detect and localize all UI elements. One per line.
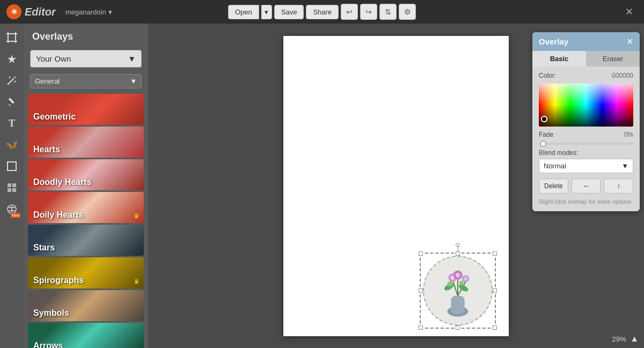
svg-point-35 bbox=[459, 280, 464, 285]
text-tool[interactable]: T bbox=[3, 115, 20, 132]
overlay-panel-tabs: Basic Eraser bbox=[532, 51, 640, 66]
overlay-item-stars[interactable]: Stars bbox=[28, 225, 144, 256]
flip-horizontal-button[interactable]: ↔ bbox=[572, 179, 601, 194]
svg-rect-13 bbox=[8, 183, 11, 187]
flower-vase-svg bbox=[424, 256, 492, 325]
fade-slider[interactable] bbox=[539, 143, 633, 145]
svg-rect-12 bbox=[8, 162, 16, 171]
overlay-panel-title: Overlay bbox=[539, 37, 568, 46]
category-label: General bbox=[35, 77, 60, 85]
butterfly-tool[interactable]: 🦋 bbox=[3, 136, 20, 153]
svg-rect-16 bbox=[12, 188, 16, 192]
overlay-item-label: Doily Hearts bbox=[28, 207, 89, 223]
hint-text: Right-click overlay for more options. bbox=[539, 198, 633, 206]
fade-label: Fade bbox=[539, 131, 553, 138]
share-button[interactable]: Share bbox=[306, 5, 339, 19]
svg-rect-22 bbox=[451, 295, 464, 314]
svg-point-9 bbox=[14, 81, 16, 83]
overlay-list: GeometricHeartsDoodly HeartsDoily Hearts… bbox=[24, 92, 148, 348]
svg-rect-10 bbox=[9, 98, 14, 103]
enhance-tool[interactable] bbox=[3, 50, 20, 68]
new-tool[interactable]: New bbox=[3, 201, 20, 218]
dropdown-label: Your Own bbox=[36, 54, 71, 63]
canvas-paper bbox=[283, 36, 509, 336]
svg-line-6 bbox=[8, 78, 14, 85]
overlay-item-label: Stars bbox=[28, 240, 60, 256]
svg-marker-11 bbox=[9, 104, 11, 106]
user-dropdown[interactable]: meganardoin ▾ bbox=[65, 8, 112, 16]
overlay-item-label: Geometric bbox=[28, 109, 81, 125]
your-own-dropdown[interactable]: Your Own ▼ bbox=[30, 50, 142, 68]
blend-modes-dropdown[interactable]: Normal ▼ bbox=[539, 159, 633, 173]
category-dropdown[interactable]: General ▼ bbox=[30, 74, 142, 88]
zoom-up-icon[interactable]: ▲ bbox=[630, 334, 639, 343]
color-value: 000000 bbox=[612, 72, 633, 79]
delete-button[interactable]: Delete bbox=[539, 179, 568, 194]
overlay-item-label: Symbols bbox=[28, 305, 75, 321]
open-button[interactable]: Open bbox=[228, 5, 259, 19]
svg-marker-5 bbox=[8, 55, 16, 63]
undo-button[interactable]: ↩ bbox=[341, 4, 358, 20]
overlay-settings-panel: Overlay ✕ Basic Eraser Color: 000000 Fad… bbox=[532, 32, 640, 211]
tab-eraser[interactable]: Eraser bbox=[586, 51, 640, 66]
svg-point-33 bbox=[464, 277, 467, 280]
svg-point-34 bbox=[448, 281, 453, 286]
redo-button[interactable]: ↪ bbox=[360, 4, 377, 20]
border-tool[interactable] bbox=[3, 158, 20, 175]
overlay-item-spirographs[interactable]: Spirographs♛ bbox=[28, 257, 144, 288]
canvas-image[interactable] bbox=[423, 256, 493, 325]
wand-tool[interactable] bbox=[3, 72, 20, 89]
overlay-item-arrows[interactable]: Arrows bbox=[28, 323, 144, 348]
username-label: meganardoin bbox=[65, 8, 106, 16]
overlay-panel-header: Overlay ✕ bbox=[532, 32, 640, 51]
fade-row: Fade 0% bbox=[539, 131, 633, 138]
user-chevron-icon: ▾ bbox=[108, 8, 112, 16]
blend-value: Normal bbox=[544, 162, 566, 170]
overlay-item-doodly-hearts[interactable]: Doodly Hearts bbox=[28, 159, 144, 190]
blend-modes-label: Blend modes: bbox=[539, 149, 633, 157]
crop-tool[interactable] bbox=[3, 29, 20, 46]
svg-rect-14 bbox=[12, 183, 16, 187]
svg-rect-15 bbox=[8, 188, 11, 192]
fade-value: 0% bbox=[624, 131, 633, 138]
svg-marker-7 bbox=[14, 76, 16, 78]
zoom-indicator: 29% ▲ bbox=[612, 334, 639, 344]
close-button[interactable]: ✕ bbox=[621, 4, 638, 20]
blend-arrow-icon: ▼ bbox=[621, 162, 628, 170]
category-arrow-icon: ▼ bbox=[130, 77, 137, 85]
left-tools: T 🦋 New bbox=[0, 24, 24, 348]
overlay-item-geometric[interactable]: Geometric bbox=[28, 94, 144, 125]
fade-slider-thumb[interactable] bbox=[540, 140, 546, 147]
color-picker[interactable] bbox=[539, 84, 633, 127]
zoom-value: 29% bbox=[612, 335, 626, 343]
overlay-panel-body: Color: 000000 Fade 0% Blend modes: Norma… bbox=[532, 66, 640, 211]
open-dropdown-button[interactable]: ▾ bbox=[261, 5, 272, 19]
center-toolbar: Open ▾ Save Share ↩ ↪ ⇅ ⚙ bbox=[228, 0, 416, 24]
overlay-item-label: Arrows bbox=[28, 338, 68, 348]
overlay-panel: Overlays Your Own ▼ General ▼ GeometricH… bbox=[24, 24, 148, 348]
flip-vertical-button[interactable]: ↕ bbox=[604, 179, 633, 194]
overlay-item-hearts[interactable]: Hearts bbox=[28, 127, 144, 158]
overlay-panel-close[interactable]: ✕ bbox=[626, 36, 633, 47]
dropdown-arrow-icon: ▼ bbox=[128, 54, 136, 63]
crown-badge-icon: ♛ bbox=[134, 278, 140, 285]
panel-title: Overlays bbox=[24, 24, 148, 47]
save-button[interactable]: Save bbox=[274, 5, 304, 19]
draw-tool[interactable] bbox=[3, 93, 20, 110]
color-label: Color: bbox=[539, 72, 566, 79]
overlay-item-symbols[interactable]: Symbols bbox=[28, 290, 144, 321]
overlay-item-label: Spirographs bbox=[28, 272, 89, 288]
logo-icon: ☀ bbox=[6, 4, 21, 19]
tab-basic[interactable]: Basic bbox=[532, 51, 586, 66]
color-gradient bbox=[539, 84, 633, 127]
logo-area: ☀ Editor bbox=[6, 4, 56, 19]
flip-button[interactable]: ⇅ bbox=[379, 4, 397, 20]
dropdown-row: Your Own ▼ bbox=[24, 47, 148, 71]
color-picker-dot[interactable] bbox=[541, 116, 547, 122]
new-badge: New bbox=[11, 213, 20, 218]
svg-point-8 bbox=[9, 77, 11, 78]
settings-button[interactable]: ⚙ bbox=[399, 4, 416, 20]
frames-tool[interactable] bbox=[3, 179, 20, 196]
overlay-item-doily-hearts[interactable]: Doily Hearts♛ bbox=[28, 192, 144, 223]
svg-line-23 bbox=[452, 280, 458, 295]
